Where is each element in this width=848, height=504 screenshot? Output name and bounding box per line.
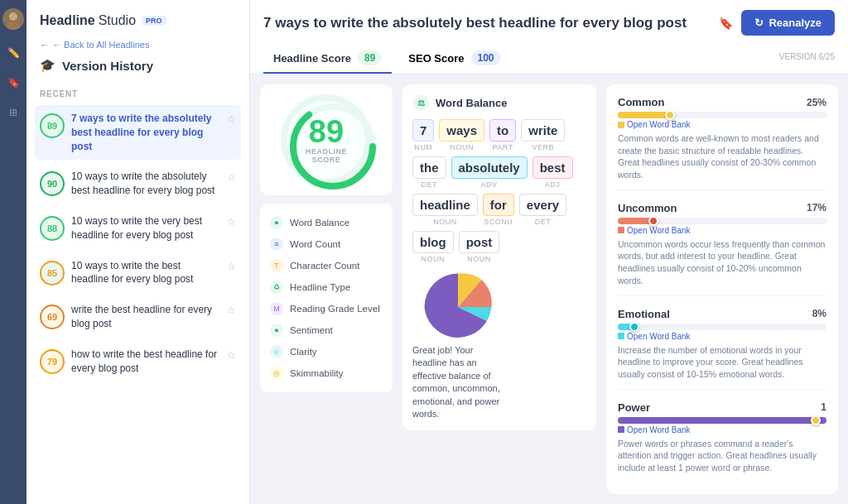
pie-chart [421,270,495,344]
refresh-icon: ↻ [754,17,764,29]
version-text: 7 ways to write the absolutely best head… [71,112,220,153]
progress-marker [629,322,639,332]
recent-label: RECENT [26,89,249,98]
version-text: how to write the best headline for every… [71,348,220,376]
metric-divider [618,190,826,190]
metric-description: Increase the number of emotional words i… [618,344,826,381]
back-link[interactable]: ← ← Back to All Headlines [40,40,236,50]
bookmark-icon[interactable]: 🔖 [7,76,20,89]
star-icon[interactable]: ☆ [227,113,236,125]
link-text: Open Word Bank [627,332,691,341]
version-history-title: 🎓 Version History [40,58,236,73]
star-icon[interactable]: ☆ [227,216,236,228]
metric-item-0[interactable]: ● Word Balance [270,212,383,233]
word-metric-3: Power 1 Open Word Bank Power words or ph… [618,401,826,474]
version-item-4[interactable]: 69 write the best headline for every blo… [35,296,241,338]
metric-item-6[interactable]: ○ Clarity [270,341,383,362]
word-tag-4: the DET [412,156,446,189]
metric-link[interactable]: Open Word Bank [618,425,826,434]
link-badge-icon [618,122,624,128]
progress-marker [648,216,658,226]
version-text: 10 ways to write the very best headline … [71,214,220,242]
progress-track [618,112,826,118]
metric-item-7[interactable]: ◎ Skimmability [270,362,383,384]
metric-percent: 1 [821,401,826,413]
version-text: write the best headline for every blog p… [71,303,220,331]
star-icon[interactable]: ☆ [227,305,236,316]
app-name-headline: Headline [40,13,95,28]
word-box: absolutely [451,156,528,179]
metric-percent: 8% [812,308,826,319]
version-item-5[interactable]: 79 how to write the best headline for ev… [35,341,241,382]
metric-percent: 25% [807,97,826,108]
star-icon[interactable]: ☆ [227,171,236,183]
metric-item-4[interactable]: M Reading Grade Level [270,298,383,319]
metric-label: Skimmability [290,368,344,378]
link-text: Open Word Bank [627,425,691,434]
word-balance-card: ⚖ Word Balance 7 NUMways NOUNto PARTwrit… [402,84,596,430]
header-bookmark-icon[interactable]: 🔖 [719,17,733,30]
back-label: ← Back to All Headlines [52,40,149,50]
pie-description: Great job! Your headline has an effectiv… [412,344,504,420]
metric-item-3[interactable]: ♻ Headline Type [270,276,383,298]
metric-item-1[interactable]: ≡ Word Count [270,233,383,255]
version-score-badge: 85 [40,261,65,286]
metrics-list: ● Word Balance≡ Word CountT Character Co… [260,204,393,392]
main-header: 7 ways to write the absolutely best head… [250,0,848,74]
score-circle: 89 HEADLINESCORE [281,94,372,185]
metric-label: Clarity [290,347,317,357]
word-box: for [483,194,514,216]
word-tag-11: post NOUN [459,231,500,263]
metric-item-5[interactable]: ● Sentiment [270,319,383,341]
metric-dot: T [270,259,283,272]
tab-badge: 89 [358,50,382,65]
metric-dot: ○ [270,345,283,358]
version-score-badge: 88 [40,216,65,241]
metric-item-2[interactable]: T Character Count [270,255,383,276]
metric-link[interactable]: Open Word Bank [618,332,826,341]
score-tab-0[interactable]: Headline Score 89 [263,44,392,74]
word-box: write [521,119,565,142]
word-type: SCONU [484,218,513,226]
reanalyze-button[interactable]: ↻ Reanalyze [741,10,835,36]
metric-dot: ♻ [270,281,283,294]
word-type: NOUN [422,255,446,263]
word-tag-3: write VERB [521,119,565,151]
metric-label: Word Balance [290,218,349,228]
metric-link[interactable]: Open Word Bank [618,120,826,129]
left-panel: 89 HEADLINESCORE ● Word Balance≡ Word Co… [260,84,393,494]
sidebar: HeadlineStudio PRO ← ← Back to All Headl… [26,0,250,504]
word-type: NOUN [467,255,491,263]
star-icon[interactable]: ☆ [227,349,236,361]
version-item-2[interactable]: 88 10 ways to write the very best headli… [35,208,241,249]
metric-link[interactable]: Open Word Bank [618,226,826,235]
progress-track [618,324,826,330]
word-box: every [519,194,566,216]
star-icon[interactable]: ☆ [227,261,236,272]
word-type: DET [535,218,552,226]
word-type: VERB [532,143,554,151]
version-item-1[interactable]: 90 10 ways to write the absolutely best … [35,163,241,204]
avatar[interactable] [2,8,24,30]
metric-percent: 17% [807,202,826,214]
word-tag-10: blog NOUN [412,231,454,263]
metric-description: Common words are well-known to most read… [618,132,826,181]
word-type: ADJ [545,180,561,189]
metric-label: Character Count [290,261,359,271]
score-tab-1[interactable]: SEO Score 100 [398,44,510,74]
version-item-0[interactable]: 89 7 ways to write the absolutely best h… [35,105,241,160]
metric-label: Reading Grade Level [290,304,380,314]
word-tag-1: ways NOUN [439,119,484,151]
word-box: headline [412,194,478,216]
word-tag-2: to PART [489,119,516,151]
metric-dot: ● [270,324,283,337]
word-tag-7: headline NOUN [412,194,478,226]
grid-icon[interactable]: ⊞ [7,106,20,119]
nav-strip: ✏️ 🔖 ⊞ [0,0,26,504]
word-balance-icon: ⚖ [412,94,429,111]
tab-badge: 100 [471,50,501,65]
word-tag-9: every DET [519,194,566,226]
version-item-3[interactable]: 85 10 ways to write the best headline fo… [35,252,241,294]
word-type: NOUN [433,218,457,226]
edit-icon[interactable]: ✏️ [7,46,20,60]
